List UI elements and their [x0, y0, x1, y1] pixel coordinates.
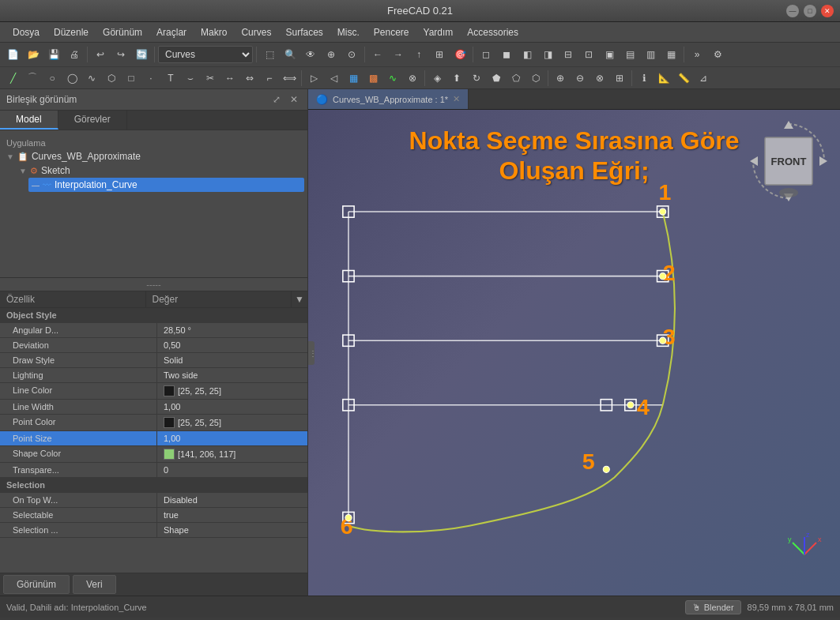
tb-3d8[interactable]: ▤ [620, 45, 639, 64]
tb-3d4[interactable]: ◨ [538, 45, 557, 64]
doc-tab-curves[interactable]: 🔵 Curves_WB_Approximate : 1* ✕ [308, 89, 469, 109]
tb-view3[interactable]: 👁 [301, 45, 320, 64]
menu-araclar[interactable]: Araçlar [150, 25, 193, 39]
tab-gorevler[interactable]: Görevler [58, 111, 127, 130]
tb2-constr2[interactable]: ◁ [324, 69, 343, 88]
bottom-tab-gorunum[interactable]: Görünüm [3, 575, 70, 594]
tb-3d10[interactable]: ▦ [661, 45, 680, 64]
props-row-drawstyle[interactable]: Draw Style Solid [0, 353, 307, 368]
menu-curves[interactable]: Curves [235, 25, 277, 39]
cv-close-btn[interactable]: ✕ [287, 92, 301, 107]
props-row-ontopw[interactable]: On Top W... Disabled [0, 493, 307, 508]
tb-print[interactable]: 🖨 [65, 45, 84, 64]
tb2-point[interactable]: · [141, 69, 160, 88]
tb2-meas3[interactable]: ⊿ [694, 69, 713, 88]
minimize-button[interactable]: — [786, 5, 799, 17]
menu-pencere[interactable]: Pencere [367, 25, 416, 39]
tb-redo[interactable]: ↪ [111, 45, 130, 64]
tb2-text[interactable]: T [161, 69, 180, 88]
tb-new[interactable]: 📄 [3, 45, 22, 64]
tab-model[interactable]: Model [0, 111, 58, 130]
tb2-ellipse[interactable]: ◯ [62, 69, 81, 88]
tb-settings[interactable]: ⚙ [708, 45, 727, 64]
props-row-linecolor[interactable]: Line Color [25, 25, 25] [0, 383, 307, 400]
tb2-hatch[interactable]: ▩ [363, 69, 382, 88]
tb-refresh[interactable]: 🔄 [132, 45, 151, 64]
close-button[interactable]: ✕ [821, 5, 834, 17]
props-row-shapecolor[interactable]: Shape Color [141, 206, 117] [0, 446, 307, 463]
tb-3d1[interactable]: ◻ [477, 45, 495, 64]
tree-item-sketch[interactable]: ▼ ⚙ Sketch [16, 163, 304, 178]
tree-item-curves-wb[interactable]: ▼ 📋 Curves_WB_Approximate [3, 149, 304, 163]
tb-3d5[interactable]: ⊟ [559, 45, 578, 64]
bottom-tab-veri[interactable]: Veri [73, 575, 116, 594]
nav-cube[interactable]: FRONT [745, 118, 832, 205]
props-row-angular-d[interactable]: Angular D... 28,50 ° [0, 323, 307, 338]
tb2-trim[interactable]: ✂ [201, 69, 220, 88]
tb-nav1[interactable]: ← [368, 45, 387, 64]
menu-gorunum[interactable]: Görünüm [96, 25, 149, 39]
menu-accessories[interactable]: Accessories [461, 25, 525, 39]
tb2-arc[interactable]: ⌒ [23, 69, 42, 88]
cv-expand-btn[interactable]: ⤢ [269, 92, 284, 107]
tb-3d2[interactable]: ◼ [497, 45, 516, 64]
tb-open[interactable]: 📂 [24, 45, 43, 64]
tb2-grid[interactable]: ⊞ [610, 69, 629, 88]
tb2-curves-icon[interactable]: ∿ [383, 69, 402, 88]
tb2-line[interactable]: ╱ [3, 69, 22, 88]
tb2-meas2[interactable]: 📏 [674, 69, 693, 88]
menu-yardim[interactable]: Yardım [417, 25, 460, 39]
tb2-loft[interactable]: ⬟ [487, 69, 506, 88]
tree-item-interpolation-curve[interactable]: — 〰 Interpolation_Curve [28, 178, 304, 192]
tb2-bool1[interactable]: ⊕ [551, 69, 570, 88]
menu-duzenle[interactable]: Düzenle [47, 25, 95, 39]
tb2-mirror[interactable]: ⟺ [280, 69, 299, 88]
tb-nav3[interactable]: ↑ [409, 45, 428, 64]
3d-viewport[interactable]: Nokta Seçme Sırasına Göre Oluşan Eğri; [308, 110, 840, 596]
tb2-info[interactable]: ℹ [635, 69, 654, 88]
tb2-constr1[interactable]: ▷ [304, 69, 323, 88]
props-row-deviation[interactable]: Deviation 0,50 [0, 338, 307, 353]
tb-more[interactable]: » [687, 45, 706, 64]
tb-view1[interactable]: ⬚ [260, 45, 279, 64]
tb-3d7[interactable]: ▣ [600, 45, 619, 64]
tb-nav5[interactable]: 🎯 [450, 45, 469, 64]
menu-dosya[interactable]: Dosya [6, 25, 46, 39]
tb2-extrude[interactable]: ⬆ [447, 69, 466, 88]
tb2-fillet[interactable]: ⌣ [181, 69, 200, 88]
tb2-bool2[interactable]: ⊖ [571, 69, 590, 88]
panel-resize-handle[interactable]: ⋮ [308, 341, 315, 365]
props-row-pointcolor[interactable]: Point Color [25, 25, 25] [0, 415, 307, 431]
tb-view5[interactable]: ⊙ [342, 45, 361, 64]
tb-view2[interactable]: 🔍 [281, 45, 299, 64]
tb-3d9[interactable]: ▥ [641, 45, 660, 64]
tb-save[interactable]: 💾 [44, 45, 63, 64]
tb2-bool3[interactable]: ⊗ [590, 69, 609, 88]
props-row-pointsize[interactable]: Point Size 1,00 [0, 431, 307, 446]
props-row-selectionmode[interactable]: Selection ... Shape [0, 523, 307, 538]
tb-nav4[interactable]: ⊞ [430, 45, 449, 64]
tb2-ext2[interactable]: ⇔ [240, 69, 259, 88]
blender-button[interactable]: 🖱 Blender [685, 600, 741, 614]
menu-surfaces[interactable]: Surfaces [279, 25, 329, 39]
tb-3d3[interactable]: ◧ [518, 45, 537, 64]
workbench-selector[interactable]: Curves Surfaces [158, 46, 253, 63]
tb-undo[interactable]: ↩ [91, 45, 110, 64]
tb2-poly[interactable]: ⬡ [102, 69, 121, 88]
doc-tab-close[interactable]: ✕ [453, 94, 460, 104]
props-row-lighting[interactable]: Lighting Two side [0, 368, 307, 383]
tb-view4[interactable]: ⊕ [322, 45, 341, 64]
props-scroll-btn[interactable]: ▼ [292, 291, 307, 307]
tb2-extend[interactable]: ↔ [220, 69, 239, 88]
tb2-shell[interactable]: ⬡ [526, 69, 545, 88]
tb2-chamfer[interactable]: ⌐ [260, 69, 279, 88]
tb2-sweep[interactable]: ⬠ [507, 69, 525, 88]
props-row-transparence[interactable]: Transpare... 0 [0, 463, 307, 478]
maximize-button[interactable]: □ [804, 5, 816, 17]
tb2-int[interactable]: ⊗ [403, 69, 422, 88]
tb2-rect[interactable]: □ [122, 69, 141, 88]
tb2-revolve[interactable]: ↻ [467, 69, 486, 88]
tb2-solid[interactable]: ◈ [428, 69, 446, 88]
tb2-fill[interactable]: ▦ [344, 69, 363, 88]
tb2-meas1[interactable]: 📐 [654, 69, 673, 88]
